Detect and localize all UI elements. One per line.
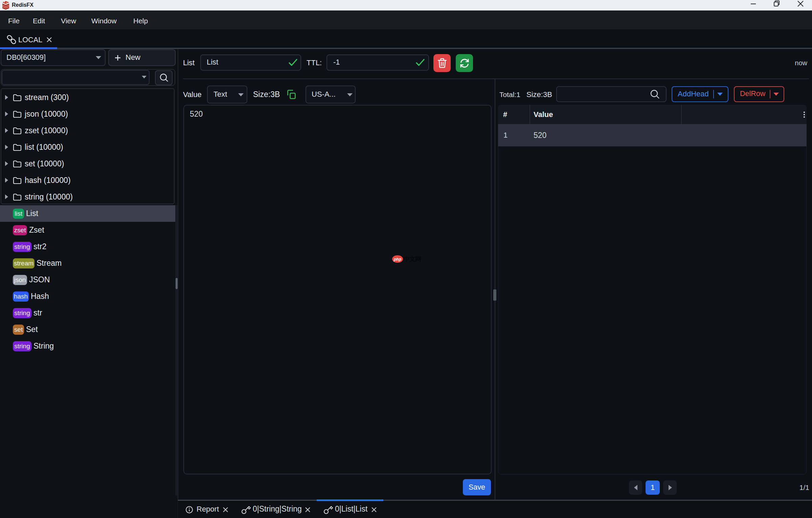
svg-text:php: php	[393, 257, 401, 262]
